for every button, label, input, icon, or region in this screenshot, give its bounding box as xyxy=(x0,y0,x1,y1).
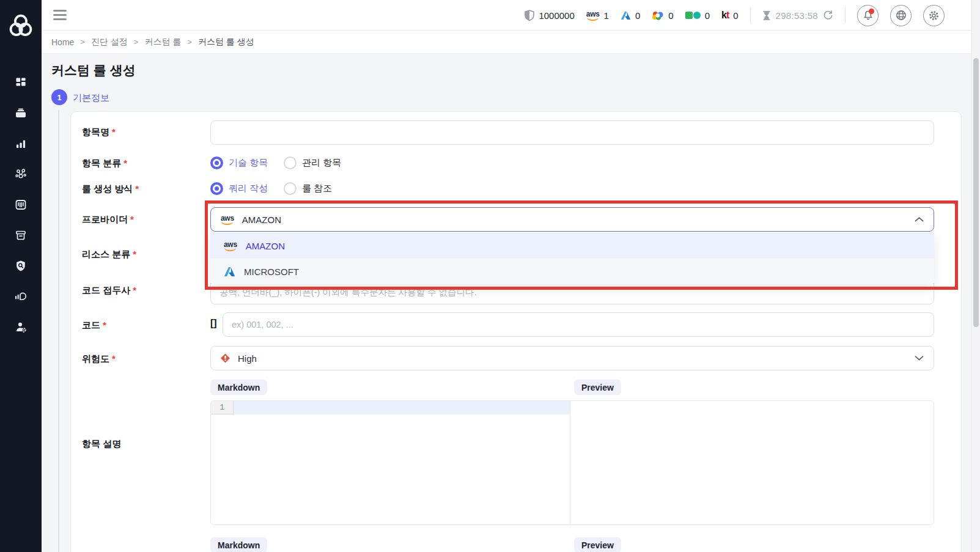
provider-select[interactable]: aws AMAZON xyxy=(210,207,934,232)
notifications-button[interactable] xyxy=(857,5,879,26)
refresh-icon[interactable] xyxy=(823,10,833,21)
risk-selected-value: High xyxy=(238,353,257,364)
sidebar-nav xyxy=(10,76,32,334)
hamburger-menu-icon[interactable] xyxy=(53,10,67,20)
sidebar-item-inventory[interactable] xyxy=(10,198,32,212)
item-category-radio-group: 기술 항목 관리 항목 xyxy=(210,156,341,169)
scrollbar-thumb[interactable] xyxy=(973,58,979,327)
item-name-label: 항목명* xyxy=(82,127,116,138)
item-name-input[interactable] xyxy=(210,120,934,145)
counter-kt: kt 0 xyxy=(721,10,739,21)
custom-rule-create-page: 1000000 aws 1 0 xyxy=(0,0,980,552)
azure-count: 0 xyxy=(635,10,640,21)
sidebar-item-archive[interactable] xyxy=(10,229,32,242)
briefcase-icon xyxy=(15,107,27,119)
rule-method-radio-group: 쿼리 작성 룰 참조 xyxy=(210,182,332,195)
settings-button[interactable] xyxy=(923,5,945,26)
breadcrumb: Home > 진단 설정 > 커스텀 룰 > 커스텀 룰 생성 xyxy=(42,31,980,54)
radio-selected-icon xyxy=(210,156,223,169)
hourglass-icon xyxy=(762,10,771,21)
step-indicator: 1 xyxy=(51,89,67,105)
bar-chart-icon xyxy=(15,138,27,150)
gear-icon xyxy=(928,10,940,21)
active-line-highlight xyxy=(234,401,570,414)
counter-aws: aws 1 xyxy=(586,10,609,21)
gcp-count: 0 xyxy=(668,10,673,21)
preview-tab[interactable]: Preview xyxy=(574,380,621,395)
globe-icon xyxy=(895,9,907,21)
naver-count: 0 xyxy=(705,10,710,21)
aws-icon: aws xyxy=(586,10,600,21)
resource-category-label: 리소스 분류* xyxy=(82,249,136,260)
breadcrumb-custom-rule[interactable]: 커스텀 룰 xyxy=(144,37,181,48)
sidebar-item-diagnosis[interactable] xyxy=(10,259,32,273)
risk-select[interactable]: High xyxy=(210,346,934,370)
cluster-molecule-icon xyxy=(15,168,27,180)
header-right-cluster: 1000000 aws 1 0 xyxy=(525,0,945,31)
aws-count: 1 xyxy=(604,10,609,21)
editor-preview-divider xyxy=(570,401,570,525)
markdown-tab[interactable]: Markdown xyxy=(210,380,267,395)
shield-search-icon xyxy=(15,260,27,272)
page-scrollbar xyxy=(971,0,980,552)
breadcrumb-separator: > xyxy=(80,37,85,46)
audio-cloud-icon xyxy=(14,290,28,303)
page-title: 커스텀 룰 생성 xyxy=(51,62,136,79)
basic-info-card: 항목명* 항목 분류* 기술 항목 관리 항목 룰 생성 방식* 쿼리 작성 xyxy=(70,111,962,552)
description-label: 항목 설명 xyxy=(82,438,121,450)
gcp-cloud-icon xyxy=(652,10,664,20)
user-gear-icon xyxy=(15,321,27,333)
language-button[interactable] xyxy=(890,5,912,26)
step-connector-line xyxy=(58,110,59,552)
sidebar-item-user-settings[interactable] xyxy=(10,320,32,334)
breadcrumb-home[interactable]: Home xyxy=(51,37,74,47)
radio-unselected-icon xyxy=(284,156,297,169)
sidebar-item-dashboard[interactable] xyxy=(10,76,32,89)
provider-option-microsoft[interactable]: MICROSOFT xyxy=(210,259,934,284)
markdown-editor[interactable]: 1 xyxy=(210,400,934,525)
azure-icon xyxy=(621,11,631,20)
code-prefix-label: 코드 접두사* xyxy=(82,285,136,296)
sidebar-item-reports[interactable] xyxy=(10,290,32,303)
top-header: 1000000 aws 1 0 xyxy=(42,0,980,31)
radio-managed-item[interactable]: 관리 항목 xyxy=(284,156,341,169)
chevron-down-icon xyxy=(915,356,924,361)
sidebar-item-statistics[interactable] xyxy=(10,137,32,150)
code-input[interactable] xyxy=(223,312,934,337)
aws-icon: aws xyxy=(221,215,234,225)
header-divider xyxy=(750,7,751,23)
preview-tab-2[interactable]: Preview xyxy=(574,537,621,552)
rule-method-label: 룰 생성 방식* xyxy=(82,183,139,195)
aws-icon: aws xyxy=(224,241,237,251)
code-label: 코드* xyxy=(82,320,106,331)
sidebar-item-assets[interactable] xyxy=(10,106,32,120)
markdown-tab-2[interactable]: Markdown xyxy=(210,537,267,552)
breadcrumb-separator: > xyxy=(134,37,139,46)
provider-option-amazon[interactable]: aws AMAZON xyxy=(210,233,934,259)
kt-icon: kt xyxy=(721,10,729,20)
radio-selected-icon xyxy=(210,182,223,195)
app-logo-triquetra-icon[interactable] xyxy=(5,9,37,44)
archive-box-icon xyxy=(15,229,27,241)
header-divider xyxy=(845,7,846,23)
session-timer: 298:53:58 xyxy=(762,10,833,21)
azure-icon xyxy=(224,267,235,277)
item-category-label: 항목 분류* xyxy=(82,158,127,169)
risk-label: 위험도* xyxy=(82,353,116,365)
counter-gcp: 0 xyxy=(652,10,673,21)
notification-dot xyxy=(869,9,874,14)
radio-rule-reference[interactable]: 룰 참조 xyxy=(284,182,332,195)
dashboard-grid-icon xyxy=(15,76,27,89)
radio-query-write[interactable]: 쿼리 작성 xyxy=(210,182,268,195)
sidebar-item-topology[interactable] xyxy=(10,167,32,181)
step-label: 기본정보 xyxy=(73,92,109,104)
code-prefix-brackets: [] xyxy=(210,318,217,329)
chevron-up-icon xyxy=(915,217,924,222)
breadcrumb-diagnosis-settings[interactable]: 진단 설정 xyxy=(91,37,128,48)
kt-count: 0 xyxy=(733,10,738,21)
naver-cloud-icon xyxy=(685,12,701,19)
sidebar xyxy=(0,0,42,552)
radio-tech-item[interactable]: 기술 항목 xyxy=(210,156,268,169)
counter-naver: 0 xyxy=(685,10,710,21)
breadcrumb-separator: > xyxy=(187,37,192,46)
